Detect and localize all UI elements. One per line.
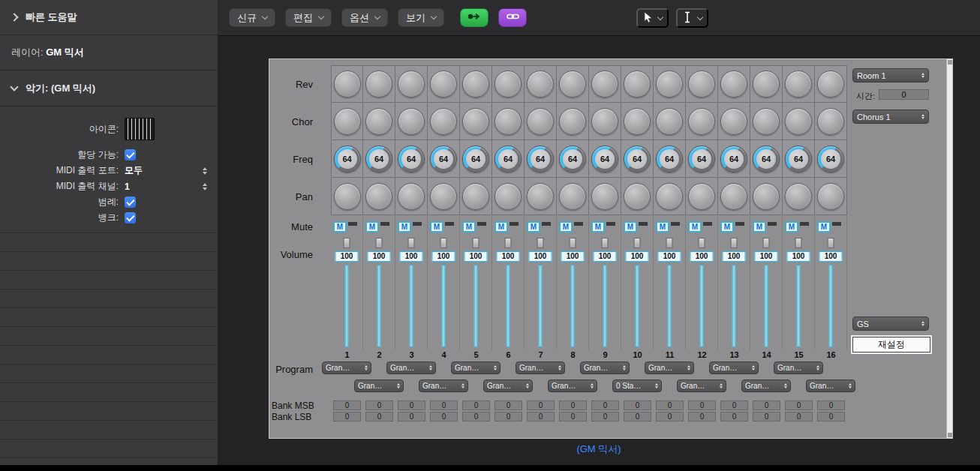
program-select[interactable]: Gran… — [709, 362, 759, 374]
freq-knob[interactable]: 64 — [430, 146, 457, 172]
bank-lsb-field[interactable]: 0 — [365, 412, 393, 422]
bank-lsb-field[interactable]: 0 — [527, 412, 555, 422]
volume-fader-handle[interactable] — [634, 238, 641, 248]
bank-lsb-field[interactable]: 0 — [624, 412, 651, 422]
pan-knob[interactable] — [688, 183, 715, 210]
bank-lsb-field[interactable]: 0 — [333, 412, 361, 422]
volume-bar[interactable] — [571, 265, 575, 347]
bank-msb-field[interactable]: 0 — [527, 400, 555, 410]
volume-fader-handle[interactable] — [344, 238, 350, 248]
pan-knob[interactable] — [785, 183, 812, 210]
bank-lsb-field[interactable]: 0 — [398, 412, 425, 422]
bank-msb-field[interactable]: 0 — [462, 400, 490, 410]
freq-knob[interactable]: 64 — [398, 146, 425, 172]
rev-knob[interactable] — [688, 70, 715, 98]
chor-knob[interactable] — [720, 108, 747, 135]
menu-edit-button[interactable]: 편집 — [285, 8, 332, 27]
chor-knob[interactable] — [398, 108, 425, 135]
midi-out-channel-stepper[interactable] — [203, 183, 207, 190]
bank-lsb-field[interactable]: 0 — [495, 412, 522, 422]
mute-button[interactable]: M — [560, 222, 572, 232]
freq-knob[interactable]: 64 — [817, 146, 844, 172]
freq-knob[interactable]: 64 — [624, 146, 651, 172]
program-select[interactable]: Gran… — [677, 380, 726, 392]
volume-bar[interactable] — [345, 265, 349, 347]
menu-view-button[interactable]: 보기 — [398, 8, 444, 27]
rev-knob[interactable] — [398, 70, 425, 98]
volume-bar[interactable] — [442, 265, 446, 347]
program-select[interactable]: Gran… — [806, 380, 855, 392]
bank-lsb-field[interactable]: 0 — [785, 412, 813, 422]
volume-bar[interactable] — [377, 265, 381, 347]
chor-knob[interactable] — [656, 108, 683, 135]
freq-knob[interactable]: 64 — [720, 146, 747, 172]
menu-new-button[interactable]: 신규 — [229, 8, 275, 27]
cable-visibility-button[interactable] — [460, 8, 488, 27]
rev-knob[interactable] — [720, 70, 747, 98]
text-tool-button[interactable] — [676, 8, 708, 28]
volume-bar[interactable] — [797, 265, 801, 347]
bank-lsb-field[interactable]: 0 — [688, 412, 716, 422]
chor-knob[interactable] — [495, 108, 522, 135]
chor-knob[interactable] — [365, 108, 392, 135]
freq-knob[interactable]: 64 — [688, 146, 715, 172]
pan-knob[interactable] — [591, 183, 618, 210]
volume-fader-handle[interactable] — [666, 238, 673, 248]
program-select[interactable]: Gran… — [322, 362, 371, 374]
pan-knob[interactable] — [398, 183, 425, 210]
volume-fader-handle[interactable] — [763, 238, 770, 248]
mute-button[interactable]: M — [689, 222, 701, 232]
freq-knob[interactable]: 64 — [656, 146, 683, 172]
program-select[interactable]: Gran… — [419, 380, 468, 392]
program-select[interactable]: Gran… — [548, 380, 597, 392]
freq-knob[interactable]: 64 — [785, 146, 812, 172]
rev-knob[interactable] — [495, 70, 522, 98]
mute-button[interactable]: M — [463, 222, 475, 232]
assignable-checkbox[interactable] — [125, 149, 136, 160]
rev-knob[interactable] — [559, 70, 586, 98]
bank-msb-field[interactable]: 0 — [753, 400, 780, 410]
rev-knob[interactable] — [527, 70, 554, 98]
link-mode-button[interactable] — [498, 8, 527, 27]
freq-knob[interactable]: 64 — [527, 146, 554, 172]
scrollbar-top-handle[interactable] — [948, 60, 952, 64]
rev-knob[interactable] — [365, 70, 392, 98]
volume-fader-handle[interactable] — [731, 238, 738, 248]
bank-lsb-field[interactable]: 0 — [720, 412, 748, 422]
volume-fader-handle[interactable] — [440, 238, 447, 248]
program-select[interactable]: Gran… — [354, 380, 404, 392]
mute-button[interactable]: M — [366, 222, 378, 232]
bank-lsb-field[interactable]: 0 — [430, 412, 458, 422]
program-select[interactable]: Gran… — [774, 362, 823, 374]
program-select[interactable]: Gran… — [645, 362, 694, 374]
pan-knob[interactable] — [527, 183, 554, 210]
mute-button[interactable]: M — [818, 222, 830, 232]
volume-fader-handle[interactable] — [699, 238, 705, 248]
mute-button[interactable]: M — [753, 222, 765, 232]
legend-checkbox[interactable] — [125, 196, 136, 208]
pan-knob[interactable] — [753, 183, 780, 210]
volume-bar[interactable] — [474, 265, 478, 347]
volume-bar[interactable] — [700, 265, 704, 347]
gm-mode-select[interactable]: GS — [852, 316, 929, 331]
bank-checkbox[interactable] — [125, 212, 136, 224]
volume-fader-handle[interactable] — [570, 238, 576, 248]
volume-fader-handle[interactable] — [473, 238, 479, 248]
instrument-row[interactable]: 악기: (GM 믹서) — [0, 70, 218, 106]
quick-help-row[interactable]: 빠른 도움말 — [0, 0, 218, 35]
volume-fader-handle[interactable] — [376, 238, 383, 248]
volume-fader-handle[interactable] — [408, 238, 415, 248]
bank-msb-field[interactable]: 0 — [656, 400, 684, 410]
bank-msb-field[interactable]: 0 — [688, 400, 716, 410]
chor-knob[interactable] — [591, 108, 618, 135]
mute-button[interactable]: M — [398, 222, 410, 232]
rev-knob[interactable] — [624, 70, 651, 98]
bank-msb-field[interactable]: 0 — [559, 400, 587, 410]
rev-knob[interactable] — [462, 70, 489, 98]
rev-knob[interactable] — [430, 70, 457, 98]
layer-row[interactable]: 레이어: GM 믹서 — [0, 35, 218, 70]
bank-lsb-field[interactable]: 0 — [656, 412, 684, 422]
volume-fader-handle[interactable] — [602, 238, 609, 248]
bank-msb-field[interactable]: 0 — [720, 400, 748, 410]
volume-fader-handle[interactable] — [505, 238, 512, 248]
